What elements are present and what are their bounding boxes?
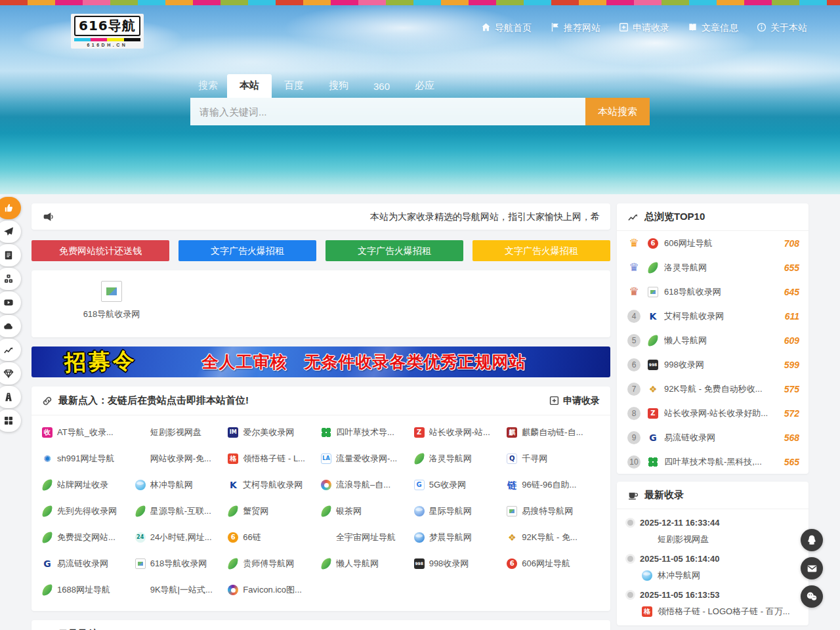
- top-nav-item[interactable]: 关于本站: [757, 22, 807, 34]
- top10-row[interactable]: 5 懒人导航网 609: [617, 328, 808, 352]
- site-link[interactable]: 全宇宙网址导航: [321, 524, 414, 551]
- site-link[interactable]: ✺ sh991网址导航: [42, 446, 135, 472]
- top10-row[interactable]: ♛ 洛灵导航网 655: [617, 255, 808, 280]
- site-link[interactable]: K 艾柯导航收录网: [228, 472, 321, 498]
- site-link[interactable]: 998 998收录网: [414, 551, 507, 577]
- rank-badge: 5: [626, 334, 642, 347]
- site-link[interactable]: 麒 麒麟自动链-自...: [507, 419, 600, 446]
- site-link[interactable]: 收 AT导航_收录...: [42, 419, 135, 446]
- toolbar-cubes-button[interactable]: [0, 268, 21, 290]
- notice-bar: 本站为大家收录精选的导航网站，指引大家愉快上网，希望: [32, 203, 610, 230]
- toolbar-road-button[interactable]: [0, 386, 21, 408]
- toolbar-cloud-button[interactable]: [0, 315, 21, 337]
- site-link[interactable]: 贵师傅导航网: [228, 551, 321, 577]
- site-link-label: 星源导航-互联...: [150, 505, 211, 517]
- site-link-label: 千寻网: [522, 453, 547, 465]
- search-tab[interactable]: 本站: [227, 74, 272, 98]
- site-link[interactable]: IM 爱尔美收录网: [228, 419, 321, 446]
- site-link[interactable]: 梦晨导航网: [414, 524, 507, 551]
- top10-row[interactable]: 10 四叶草技术导航-黑科技,... 565: [617, 450, 808, 474]
- toolbar-video-button[interactable]: [0, 291, 21, 314]
- site-link[interactable]: G 易流链收录网: [42, 551, 135, 577]
- site-link[interactable]: 银茶网: [321, 498, 414, 524]
- site-link[interactable]: Q 千寻网: [507, 446, 600, 472]
- search-tab[interactable]: 360: [361, 75, 402, 98]
- site-link[interactable]: Favicon.ico图...: [228, 577, 321, 603]
- site-link[interactable]: 星源导航-互联...: [135, 498, 228, 524]
- top10-card: 总浏览TOP10 ♛ 6 606网址导航 708 ♛ 洛灵导航网: [617, 203, 808, 474]
- toolbar-apps-button[interactable]: [0, 410, 21, 432]
- top10-row[interactable]: 4 K 艾柯导航收录网 611: [617, 304, 808, 328]
- entry-site-link[interactable]: 林冲导航网: [642, 570, 798, 581]
- site-link[interactable]: 四叶草技术导...: [321, 419, 414, 446]
- ad-button[interactable]: 文字广告火爆招租: [326, 240, 463, 261]
- site-link[interactable]: 24 24小时链,网址...: [135, 524, 228, 551]
- top-nav-item[interactable]: 推荐网站: [550, 22, 600, 34]
- site-link-label: 洛灵导航网: [429, 453, 472, 465]
- wechat-contact-button[interactable]: [801, 585, 823, 608]
- apply-listing-button[interactable]: 申请收录: [549, 395, 600, 407]
- site-logo[interactable]: 616导航 616DH.CN: [71, 14, 144, 49]
- site-link[interactable]: 格 领悟格子链 - L...: [228, 446, 321, 472]
- site-link[interactable]: 洛灵导航网: [414, 446, 507, 472]
- site-link[interactable]: 网站收录网-免...: [135, 446, 228, 472]
- site-favicon: Q: [507, 453, 517, 464]
- top-nav-item[interactable]: 导航首页: [481, 22, 532, 34]
- featured-site-item[interactable]: 618导航收录网: [75, 281, 148, 320]
- site-link-label: 流量爱收录网-...: [336, 453, 397, 465]
- mail-contact-button[interactable]: [801, 557, 823, 579]
- directory-header: 目录导航: [32, 620, 610, 630]
- site-link[interactable]: 蟹贸网: [228, 498, 321, 524]
- site-link[interactable]: 9K导航|一站式...: [135, 577, 228, 603]
- site-link[interactable]: 站牌网址收录: [42, 472, 135, 498]
- site-link[interactable]: 6 66链: [228, 524, 321, 551]
- site-link[interactable]: LA 流量爱收录网-...: [321, 446, 414, 472]
- nav-label: 申请收录: [633, 22, 669, 34]
- site-link[interactable]: 1688网址导航: [42, 577, 135, 603]
- site-link[interactable]: 易搜特导航网: [507, 498, 600, 524]
- site-link-label: AT导航_收录...: [57, 427, 114, 438]
- top10-row[interactable]: 8 Z 站长收录网-站长收录好助... 572: [617, 401, 808, 425]
- top-nav-item[interactable]: 申请收录: [619, 22, 669, 34]
- ad-button[interactable]: 文字广告火爆招租: [178, 240, 316, 261]
- top10-row[interactable]: 7 ❖ 92K导航 - 免费自动秒收... 575: [617, 377, 808, 401]
- top10-row[interactable]: ♛ 618导航收录网 645: [617, 280, 808, 304]
- toolbar-news-button[interactable]: [0, 244, 21, 266]
- site-link[interactable]: 流浪导航–自...: [321, 472, 414, 498]
- qq-contact-button[interactable]: [801, 529, 823, 551]
- search-input[interactable]: [190, 98, 585, 125]
- site-link[interactable]: 星际导航网: [414, 498, 507, 524]
- top-nav-item[interactable]: 文章信息: [688, 22, 738, 34]
- entry-site-link[interactable]: 短剧影视网盘: [642, 534, 798, 545]
- road-icon: [3, 392, 14, 402]
- site-link[interactable]: Z 站长收录网-站...: [414, 419, 507, 446]
- apps-grid-icon: [3, 415, 14, 426]
- ad-button[interactable]: 免费网站统计还送钱: [32, 240, 169, 261]
- site-link[interactable]: 林冲导航网: [135, 472, 228, 498]
- toolbar-vip-button[interactable]: [0, 362, 21, 385]
- toolbar-send-button[interactable]: [0, 220, 21, 243]
- toolbar-like-button[interactable]: [0, 197, 21, 219]
- site-link[interactable]: ❖ 92K导航 - 免...: [507, 524, 600, 551]
- search-tab[interactable]: 百度: [272, 74, 316, 98]
- site-link[interactable]: 618导航收录网: [135, 551, 228, 577]
- site-link[interactable]: G 5G收录网: [414, 472, 507, 498]
- site-link[interactable]: 免费提交网站...: [42, 524, 135, 551]
- site-link[interactable]: 懒人导航网: [321, 551, 414, 577]
- recruit-banner[interactable]: 招募令 全人工审核 无条件收录各类优秀正规网站: [32, 346, 610, 377]
- site-link[interactable]: 先到先得收录网: [42, 498, 135, 524]
- search-tab[interactable]: 搜狗: [316, 74, 361, 98]
- ad-button[interactable]: 文字广告火爆招租: [472, 240, 610, 261]
- search-tab[interactable]: 必应: [402, 74, 447, 98]
- site-link[interactable]: 短剧影视网盘: [135, 419, 228, 446]
- search-button[interactable]: 本站搜索: [585, 98, 650, 125]
- top10-row[interactable]: 6 998 998收录网 599: [617, 352, 808, 377]
- site-link-label: 96链-96自助...: [522, 479, 576, 491]
- site-link[interactable]: 6 606网址导航: [507, 551, 600, 577]
- toolbar-stats-button[interactable]: [0, 339, 21, 361]
- top10-row[interactable]: ♛ 6 606网址导航 708: [617, 231, 808, 255]
- top10-row[interactable]: 9 G 易流链收录网 568: [617, 425, 808, 450]
- site-link[interactable]: 链 96链-96自助...: [507, 472, 600, 498]
- site-favicon: G: [414, 480, 425, 490]
- entry-site-link[interactable]: 格 领悟格子链 - LOGO格子链 - 百万...: [642, 606, 798, 618]
